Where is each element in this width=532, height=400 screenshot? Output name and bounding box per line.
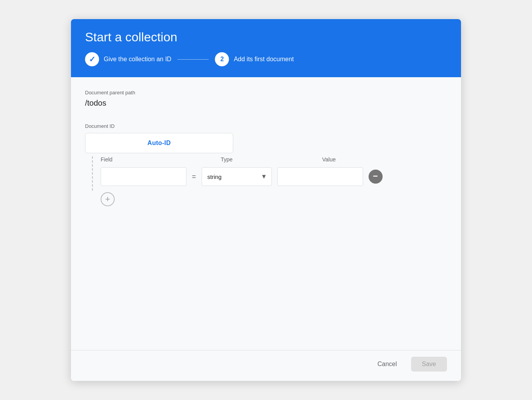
document-parent-path-value: /todos [85, 99, 447, 108]
plus-icon: + [105, 194, 110, 204]
dialog-title: Start a collection [85, 30, 447, 44]
step-1-label: Give the collection an ID [104, 56, 171, 63]
value-column-header: Value [322, 156, 408, 163]
fields-header: Field Type Value [101, 156, 447, 163]
stepper: ✓ Give the collection an ID 2 Add its fi… [85, 52, 447, 66]
document-parent-path-section: Document parent path /todos [85, 90, 447, 108]
step-1-circle: ✓ [85, 52, 99, 66]
field-row: = string number boolean map array null t… [101, 167, 447, 186]
cancel-button[interactable]: Cancel [370, 357, 405, 372]
step-2-circle: 2 [215, 52, 229, 66]
type-select[interactable]: string number boolean map array null tim… [202, 167, 272, 186]
dashed-connector-line [92, 156, 93, 191]
document-parent-path-label: Document parent path [85, 90, 447, 96]
add-field-button[interactable]: + [101, 192, 115, 206]
minus-icon: − [373, 172, 378, 181]
dialog-body: Document parent path /todos Document ID … [71, 77, 461, 350]
step-2-number: 2 [220, 56, 224, 63]
dialog-footer: Cancel Save [71, 350, 461, 381]
fields-section: Field Type Value = string number boolean… [85, 156, 447, 206]
equals-sign: = [192, 173, 196, 181]
document-id-section: Document ID Auto-ID [85, 123, 447, 153]
dialog-header: Start a collection ✓ Give the collection… [71, 19, 461, 77]
field-name-input[interactable] [101, 167, 186, 186]
field-column-header: Field [101, 156, 186, 163]
type-select-wrapper: string number boolean map array null tim… [202, 167, 272, 186]
document-id-label: Document ID [85, 123, 447, 129]
step-2: 2 Add its first document [215, 52, 294, 66]
field-value-input[interactable] [277, 167, 363, 186]
step-connector [177, 59, 209, 60]
checkmark-icon: ✓ [89, 55, 96, 64]
step-1: ✓ Give the collection an ID [85, 52, 171, 66]
start-collection-dialog: Start a collection ✓ Give the collection… [71, 19, 461, 381]
step-2-label: Add its first document [234, 56, 294, 63]
type-column-header: Type [221, 156, 291, 163]
save-button[interactable]: Save [411, 357, 447, 372]
remove-field-button[interactable]: − [369, 170, 383, 184]
auto-id-button[interactable]: Auto-ID [85, 133, 233, 153]
